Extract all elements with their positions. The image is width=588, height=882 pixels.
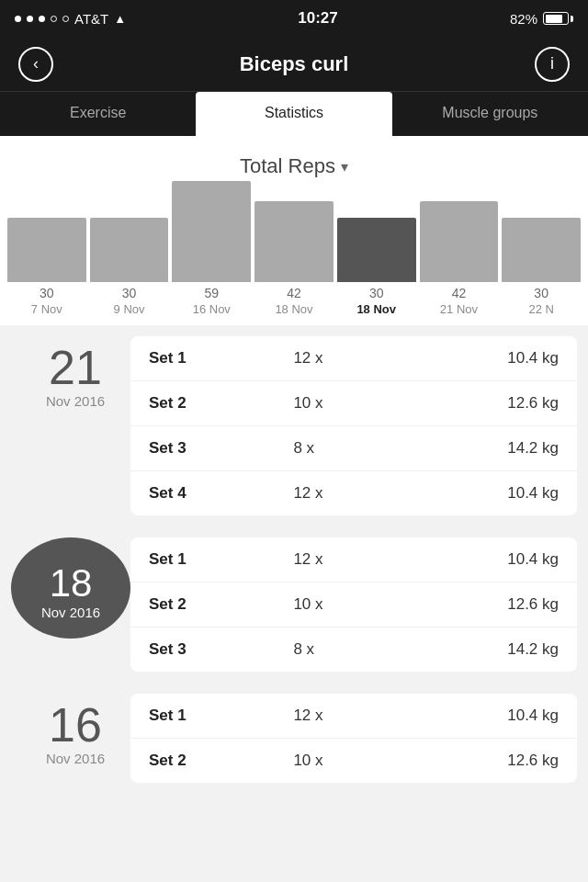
date-day-0: 21: [49, 344, 102, 391]
date-badge-2: 16Nov 2016: [11, 694, 130, 766]
set-weight: 10.4 kg: [414, 707, 559, 725]
bar-5: [420, 201, 499, 282]
bar-col-0[interactable]: 307 Nov: [7, 218, 86, 316]
bar-4: [337, 218, 416, 282]
bar-col-5[interactable]: 4221 Nov: [420, 201, 499, 316]
bar-date-5: 21 Nov: [440, 302, 478, 316]
tab-bar: Exercise Statistics Muscle groups: [0, 92, 588, 136]
info-button[interactable]: i: [535, 47, 570, 82]
battery-percent: 82%: [510, 11, 537, 27]
set-name: Set 3: [149, 640, 293, 659]
set-weight: 10.4 kg: [414, 550, 559, 569]
bar-count-1: 30: [122, 286, 137, 300]
bar-date-4: 18 Nov: [356, 302, 396, 316]
page-title: Biceps curl: [240, 52, 349, 76]
date-day-2: 16: [49, 701, 102, 749]
set-weight: 12.6 kg: [414, 752, 559, 770]
bar-date-2: 16 Nov: [193, 302, 231, 316]
back-button[interactable]: ‹: [18, 47, 53, 82]
bar-col-4[interactable]: 3018 Nov: [337, 218, 416, 316]
date-month-year-2: Nov 2016: [46, 751, 105, 766]
battery-icon: [543, 12, 573, 25]
bar-col-2[interactable]: 5916 Nov: [172, 181, 251, 316]
set-reps: 8 x: [293, 640, 413, 659]
tab-exercise-label: Exercise: [70, 105, 126, 121]
carrier-label: AT&T: [74, 11, 108, 27]
set-reps: 10 x: [293, 752, 413, 770]
signal-area: AT&T ▲: [15, 11, 126, 27]
session-1: 18Nov 2016Set 112 x10.4 kgSet 210 x12.6 …: [0, 526, 588, 683]
session-0: 21Nov 2016Set 112 x10.4 kgSet 210 x12.6 …: [0, 325, 588, 526]
signal-dot-5: [62, 16, 69, 22]
bar-col-3[interactable]: 4218 Nov: [254, 201, 334, 316]
set-row: Set 112 x10.4 kg: [130, 537, 577, 582]
set-weight: 12.6 kg: [414, 595, 559, 614]
bar-col-1[interactable]: 309 Nov: [90, 218, 169, 316]
battery-area: 82%: [510, 11, 573, 27]
chart-area: Total Reps ▾ 307 Nov309 Nov5916 Nov4218 …: [0, 136, 588, 325]
bar-1: [90, 218, 169, 282]
bar-date-0: 7 Nov: [31, 302, 62, 316]
set-reps: 8 x: [293, 439, 413, 458]
tab-muscle-groups[interactable]: Muscle groups: [392, 92, 588, 136]
bar-count-4: 30: [369, 286, 384, 300]
bar-count-2: 59: [204, 286, 219, 300]
bar-0: [7, 218, 86, 282]
set-reps: 10 x: [293, 394, 413, 413]
session-2: 16Nov 2016Set 112 x10.4 kgSet 210 x12.6 …: [0, 683, 588, 794]
sets-table-0: Set 112 x10.4 kgSet 210 x12.6 kgSet 38 x…: [130, 336, 577, 515]
chart-dropdown-arrow: ▾: [341, 158, 348, 175]
set-weight: 14.2 kg: [414, 439, 559, 458]
set-reps: 12 x: [293, 349, 413, 368]
date-badge-0: 21Nov 2016: [11, 336, 130, 409]
date-month-year-0: Nov 2016: [46, 393, 105, 409]
date-month-year-1: Nov 2016: [41, 605, 100, 620]
chart-title[interactable]: Total Reps ▾: [0, 154, 588, 178]
time-display: 10:27: [298, 9, 337, 28]
set-name: Set 2: [149, 752, 293, 770]
date-badge-1: 18Nov 2016: [11, 537, 130, 639]
nav-bar: ‹ Biceps curl i: [0, 37, 588, 92]
set-weight: 12.6 kg: [414, 394, 559, 413]
signal-dot-1: [15, 16, 21, 22]
set-name: Set 1: [149, 550, 293, 569]
signal-dot-3: [39, 16, 45, 22]
info-icon: i: [550, 54, 554, 74]
set-name: Set 1: [149, 349, 293, 368]
set-row: Set 38 x14.2 kg: [130, 426, 577, 471]
set-reps: 12 x: [293, 707, 413, 725]
bar-col-6[interactable]: 3022 N: [502, 218, 581, 316]
chart-title-label: Total Reps: [240, 154, 335, 178]
tab-exercise[interactable]: Exercise: [0, 92, 196, 136]
sets-table-2: Set 112 x10.4 kgSet 210 x12.6 kg: [130, 694, 577, 783]
set-reps: 12 x: [293, 550, 413, 569]
set-name: Set 2: [149, 595, 293, 614]
status-bar: AT&T ▲ 10:27 82%: [0, 0, 588, 37]
set-row: Set 412 x10.4 kg: [130, 471, 577, 515]
signal-dot-2: [27, 16, 33, 22]
wifi-icon: ▲: [114, 12, 126, 26]
tab-statistics[interactable]: Statistics: [196, 92, 391, 136]
bar-count-5: 42: [452, 286, 467, 300]
set-name: Set 2: [149, 394, 293, 413]
bar-count-6: 30: [534, 286, 548, 300]
bar-count-0: 30: [40, 286, 54, 300]
set-row: Set 210 x12.6 kg: [130, 582, 577, 628]
set-name: Set 3: [149, 439, 293, 458]
set-name: Set 4: [149, 484, 293, 503]
set-reps: 10 x: [293, 595, 413, 614]
set-row: Set 210 x12.6 kg: [130, 739, 577, 783]
tab-statistics-label: Statistics: [265, 105, 323, 121]
bar-count-3: 42: [287, 286, 301, 300]
bar-date-1: 9 Nov: [114, 302, 145, 316]
set-row: Set 112 x10.4 kg: [130, 336, 577, 381]
signal-dot-4: [51, 16, 57, 22]
bar-date-6: 22 N: [528, 302, 553, 316]
bar-2: [172, 181, 251, 282]
sets-table-1: Set 112 x10.4 kgSet 210 x12.6 kgSet 38 x…: [130, 537, 577, 672]
set-reps: 12 x: [293, 484, 413, 503]
bar-6: [502, 218, 581, 282]
tab-muscle-groups-label: Muscle groups: [442, 105, 537, 121]
set-row: Set 210 x12.6 kg: [130, 381, 577, 426]
set-weight: 10.4 kg: [414, 484, 559, 503]
